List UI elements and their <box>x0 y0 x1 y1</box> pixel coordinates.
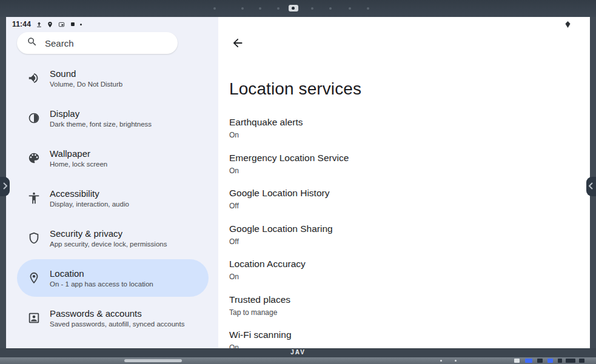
back-button[interactable] <box>229 35 246 52</box>
bezel-dot <box>241 7 244 10</box>
setting-label: Google Location History <box>229 188 575 199</box>
screen: 11:44 Sound Volume, Do <box>6 17 590 348</box>
row-emergency-location-service[interactable]: Emergency Location Service On <box>229 153 575 175</box>
port-icon <box>514 359 520 363</box>
left-toolbar-handle[interactable] <box>0 177 10 196</box>
sidebar-item-description: Volume, Do Not Disturb <box>50 81 122 88</box>
row-trusted-places[interactable]: Trusted places Tap to manage <box>229 294 575 317</box>
row-wifi-scanning[interactable]: Wi-Fi scanning On <box>229 329 575 348</box>
location-pin-icon <box>47 21 53 28</box>
usb-port-icon <box>547 359 553 363</box>
bezel-strip <box>0 357 596 364</box>
status-bar: 11:44 <box>6 17 218 31</box>
account-box-icon <box>27 311 41 325</box>
settings-sidebar: 11:44 Sound Volume, Do <box>6 17 218 348</box>
display-contrast-icon <box>27 111 41 125</box>
indicator-dot <box>455 360 457 362</box>
row-google-location-sharing[interactable]: Google Location Sharing Off <box>229 223 575 246</box>
speaker-icon <box>27 71 41 85</box>
smartboard-frame: 11:44 Sound Volume, Do <box>0 0 596 364</box>
palette-icon <box>27 151 41 165</box>
port-icon <box>566 359 575 363</box>
chevron-right-icon <box>2 181 7 192</box>
page-title: Location services <box>229 79 361 99</box>
settings-nav: Sound Volume, Do Not Disturb Display Dar… <box>6 59 218 339</box>
sidebar-item-display[interactable]: Display Dark theme, font size, brightnes… <box>17 99 209 137</box>
bezel-dot <box>329 7 332 10</box>
status-time: 11:44 <box>12 20 31 28</box>
sidebar-item-label: Passwords & accounts <box>50 308 184 319</box>
indicator-dot <box>440 360 442 362</box>
sidebar-item-security-privacy[interactable]: Security & privacy App security, device … <box>17 219 209 257</box>
setting-label: Wi-Fi scanning <box>229 329 575 340</box>
setting-status: Tap to manage <box>229 308 575 317</box>
sidebar-item-label: Sound <box>50 68 122 79</box>
sidebar-item-description: On - 1 app has access to location <box>50 280 153 288</box>
port-icon <box>558 359 562 363</box>
setting-label: Earthquake alerts <box>229 117 575 128</box>
search-icon <box>27 36 38 50</box>
setting-status: On <box>229 131 575 139</box>
sidebar-item-description: Dark theme, font size, brightness <box>50 121 152 128</box>
setting-label: Trusted places <box>229 294 575 305</box>
port-icon <box>579 359 584 363</box>
bezel-dot <box>367 7 369 10</box>
port-icon <box>537 359 543 363</box>
dot-status-icon <box>80 24 82 25</box>
sidebar-item-wallpaper[interactable]: Wallpaper Home, lock screen <box>17 139 209 177</box>
location-indicator-icon <box>564 20 572 31</box>
pip-overlay-icon <box>58 21 65 28</box>
brand-logo: JAV <box>0 349 596 356</box>
speaker-grille <box>124 359 182 362</box>
location-services-panel: Location services Earthquake alerts On E… <box>218 17 590 348</box>
row-google-location-history[interactable]: Google Location History Off <box>229 188 575 210</box>
sidebar-item-accessibility[interactable]: Accessibility Display, interaction, audi… <box>17 179 209 217</box>
sidebar-item-label: Security & privacy <box>50 228 167 239</box>
sidebar-item-description: Display, interaction, audio <box>50 200 129 208</box>
row-earthquake-alerts[interactable]: Earthquake alerts On <box>229 117 575 139</box>
setting-status: On <box>229 273 575 281</box>
bezel-dot <box>311 7 313 10</box>
setting-label: Google Location Sharing <box>229 223 575 234</box>
setting-status: On <box>229 343 575 348</box>
square-status-icon <box>70 21 76 27</box>
upload-icon <box>36 21 42 28</box>
sidebar-item-label: Wallpaper <box>50 148 107 159</box>
bezel-dot <box>277 7 280 10</box>
search-bar[interactable] <box>17 32 178 54</box>
sidebar-item-label: Accessibility <box>50 188 129 199</box>
accessibility-icon <box>27 191 41 205</box>
search-input[interactable] <box>45 38 168 48</box>
sidebar-item-sound[interactable]: Sound Volume, Do Not Disturb <box>17 59 209 97</box>
chevron-left-icon <box>589 181 594 192</box>
sidebar-item-description: Saved passwords, autofill, synced accoun… <box>50 320 184 328</box>
sidebar-item-passwords-accounts[interactable]: Passwords & accounts Saved passwords, au… <box>17 299 209 337</box>
sidebar-item-description: App security, device lock, permissions <box>50 240 167 248</box>
arrow-left-icon <box>231 36 244 51</box>
top-bezel <box>0 0 596 17</box>
sidebar-item-location[interactable]: Location On - 1 app has access to locati… <box>17 259 209 297</box>
shield-icon <box>27 231 41 245</box>
setting-label: Emergency Location Service <box>229 153 575 164</box>
sidebar-item-label: Display <box>50 108 152 119</box>
row-location-accuracy[interactable]: Location Accuracy On <box>229 259 575 281</box>
camera-icon <box>289 5 298 12</box>
right-toolbar-handle[interactable] <box>586 177 596 196</box>
bezel-dot <box>213 7 216 10</box>
usb-port-icon <box>525 359 532 363</box>
bezel-dot <box>259 7 261 10</box>
sidebar-item-description: Home, lock screen <box>50 160 107 168</box>
sidebar-item-label: Location <box>50 268 153 279</box>
bezel-dot <box>349 7 351 10</box>
setting-status: On <box>229 167 575 175</box>
setting-status: Off <box>229 202 575 210</box>
bottom-bezel: JAV <box>0 348 596 364</box>
location-pin-icon <box>27 271 41 285</box>
setting-status: Off <box>229 237 575 246</box>
setting-label: Location Accuracy <box>229 259 575 270</box>
